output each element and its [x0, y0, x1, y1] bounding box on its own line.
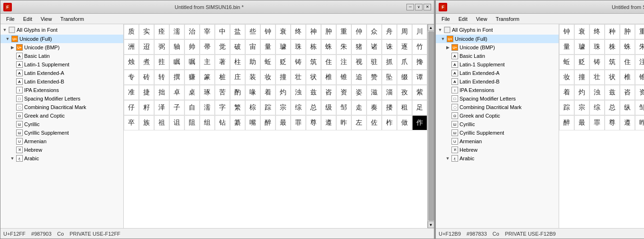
glyph-cell[interactable]: 兹 — [306, 85, 321, 100]
sidebar-root-2[interactable]: ▼ All Glyphs in Font — [436, 25, 559, 35]
glyph-cell[interactable]: 捷 — [139, 85, 154, 100]
glyph-cell[interactable]: 赚 — [184, 70, 200, 85]
glyph-cell[interactable]: 灼 — [574, 85, 589, 100]
glyph-cell[interactable]: 醉 — [260, 115, 276, 130]
sidebar-item-armenian-2[interactable]: U Armenian — [436, 137, 559, 146]
glyph-cell[interactable]: 烛 — [124, 55, 139, 70]
glyph-cell[interactable]: 钟 — [260, 24, 276, 39]
close-btn-1[interactable]: ✕ — [423, 4, 431, 10]
sidebar-item-combining-1[interactable]: ◌ Combining Diacritical Mark — [0, 103, 123, 111]
scroll-down-1[interactable]: ▼ — [428, 221, 434, 228]
sidebar-item-bmp-2[interactable]: ▶ U+ Unicode (BMP) — [436, 43, 559, 52]
glyph-cell[interactable]: 宙 — [245, 39, 260, 55]
glyph-cell[interactable]: 最 — [574, 115, 589, 130]
glyph-cell[interactable]: 级 — [321, 100, 336, 115]
sidebar-item-cyrillic-2[interactable]: Ш Cyrillic — [436, 120, 559, 129]
glyph-cell[interactable]: 总 — [306, 100, 321, 115]
glyph-cell[interactable]: 痊 — [154, 24, 169, 39]
glyph-cell[interactable]: 壮 — [589, 70, 605, 85]
glyph-cell[interactable]: 着 — [559, 85, 574, 100]
glyph-cell[interactable]: 蚯 — [260, 55, 276, 70]
glyph-cell[interactable]: 租 — [397, 100, 412, 115]
maximize-btn-1[interactable]: ∨ — [415, 4, 423, 10]
glyph-cell[interactable]: 助 — [245, 55, 260, 70]
sidebar-item-hebrew-2[interactable]: ℵ Hebrew — [436, 146, 559, 154]
menu-view-2[interactable]: View — [472, 15, 491, 23]
glyph-cell[interactable]: 贬 — [276, 55, 291, 70]
glyph-cell[interactable]: 综 — [589, 100, 605, 115]
glyph-cell[interactable]: 濡 — [200, 100, 215, 115]
glyph-cell[interactable]: 嘱 — [184, 55, 200, 70]
glyph-cell[interactable]: 做 — [397, 115, 412, 130]
glyph-cell[interactable]: 川 — [412, 24, 427, 39]
glyph-cell[interactable]: 璩 — [574, 39, 589, 55]
glyph-cell[interactable]: 踪 — [559, 100, 574, 115]
glyph-cell[interactable]: 衰 — [574, 24, 589, 39]
glyph-cell[interactable]: 钟 — [559, 24, 574, 39]
glyph-cell[interactable]: 栋 — [306, 39, 321, 55]
glyph-cell[interactable]: 妆 — [559, 70, 574, 85]
glyph-cell[interactable]: 桌 — [184, 85, 200, 100]
glyph-cell[interactable]: 尊 — [306, 115, 321, 130]
glyph-cell[interactable]: 资 — [635, 85, 644, 100]
glyph-cell[interactable]: 子 — [169, 100, 184, 115]
glyph-cell[interactable]: 罪 — [291, 115, 306, 130]
glyph-cell[interactable]: 昨 — [336, 115, 351, 130]
glyph-cell[interactable]: 拄 — [154, 55, 169, 70]
glyph-cell[interactable]: 总 — [605, 100, 620, 115]
glyph-cell[interactable]: 追 — [351, 70, 367, 85]
glyph-cell[interactable]: 舟 — [382, 24, 397, 39]
glyph-cell[interactable]: 株 — [605, 39, 620, 55]
glyph-cell[interactable]: 注 — [336, 55, 351, 70]
glyph-cell[interactable]: 撞 — [276, 70, 291, 85]
sidebar-item-bmp-1[interactable]: ▶ U+ Unicode (BMP) — [0, 43, 123, 52]
glyph-cell[interactable]: 纵 — [620, 100, 635, 115]
glyph-cell[interactable]: 邹 — [336, 100, 351, 115]
glyph-cell[interactable]: 蛛 — [321, 39, 336, 55]
glyph-cell[interactable]: 弼 — [154, 39, 169, 55]
glyph-cell[interactable]: 昨 — [635, 115, 644, 130]
glyph-cell[interactable]: 篆 — [200, 70, 215, 85]
sidebar-item-cyrillic-1[interactable]: Ш Cyrillic — [0, 120, 123, 129]
glyph-cell[interactable]: 谭 — [412, 70, 427, 85]
glyph-cell[interactable]: 准 — [124, 85, 139, 100]
glyph-cell[interactable]: 重 — [336, 24, 351, 39]
glyph-cell[interactable]: 泽 — [154, 100, 169, 115]
glyph-cell[interactable]: 籽 — [139, 100, 154, 115]
glyph-cell[interactable]: 喙 — [245, 85, 260, 100]
glyph-cell[interactable]: 遵 — [321, 115, 336, 130]
glyph-cell[interactable]: 著 — [215, 55, 230, 70]
glyph-cell[interactable]: 宗 — [574, 100, 589, 115]
glyph-cell[interactable]: 珠 — [291, 39, 306, 55]
glyph-cell[interactable]: 足 — [412, 100, 427, 115]
glyph-cell[interactable]: 佐 — [367, 115, 382, 130]
glyph-cell[interactable]: 质 — [124, 24, 139, 39]
glyph-cell[interactable]: 最 — [276, 115, 291, 130]
glyph-cell[interactable]: 铸 — [291, 55, 306, 70]
glyph-cell[interactable]: 综 — [291, 100, 306, 115]
glyph-cell[interactable]: 轴 — [169, 39, 184, 55]
glyph-cell[interactable]: 邹 — [635, 100, 644, 115]
glyph-cell[interactable]: 珠 — [589, 39, 605, 55]
glyph-cell[interactable]: 作 — [412, 115, 427, 130]
glyph-cell[interactable]: 状 — [306, 70, 321, 85]
menu-view-1[interactable]: View — [37, 15, 56, 23]
sidebar-item-latin1sup-2[interactable]: A Latin-1 Supplement — [436, 60, 559, 69]
glyph-cell[interactable]: 肿 — [620, 24, 635, 39]
sidebar-item-latin-2[interactable]: A Basic Latin — [436, 52, 559, 60]
glyph-cell[interactable]: 破 — [230, 39, 245, 55]
glyph-cell[interactable]: 滋 — [367, 85, 382, 100]
glyph-cell[interactable]: 走 — [351, 100, 367, 115]
minimize-btn-1[interactable]: ─ — [406, 4, 414, 10]
glyph-cell[interactable]: 状 — [605, 70, 620, 85]
glyph-cell[interactable]: 蛛 — [620, 39, 635, 55]
glyph-cell[interactable]: 阻 — [184, 115, 200, 130]
glyph-cell[interactable]: 字 — [215, 100, 230, 115]
sidebar-item-ipa-2[interactable]: I IPA Extensions — [436, 86, 559, 94]
glyph-cell[interactable]: 椎 — [620, 70, 635, 85]
glyph-cell[interactable]: 搂 — [382, 100, 397, 115]
glyph-cell[interactable]: 孜 — [397, 85, 412, 100]
glyph-cell[interactable]: 视 — [351, 55, 367, 70]
glyph-cell[interactable]: 砖 — [139, 70, 154, 85]
sidebar-item-latinextb-1[interactable]: A Latin Extended-B — [0, 77, 123, 86]
